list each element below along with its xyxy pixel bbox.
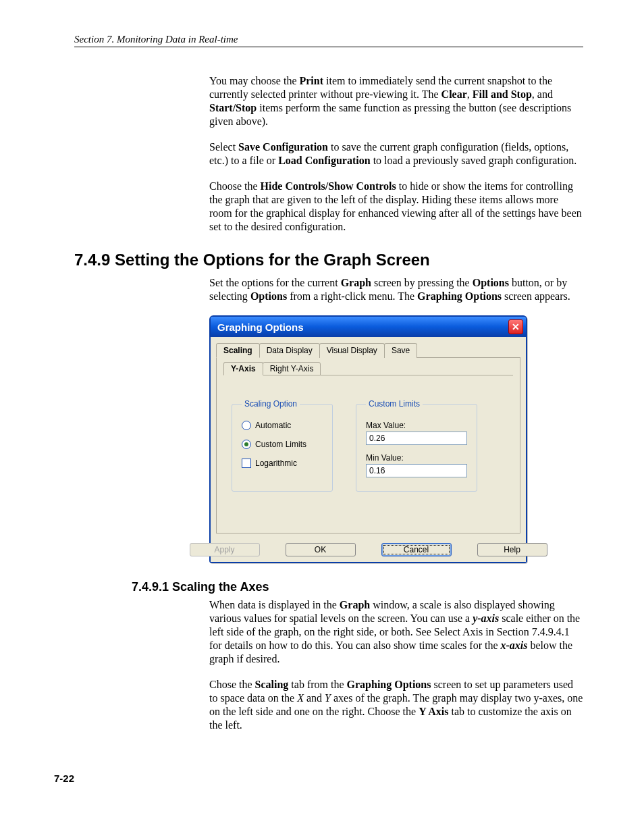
ok-button[interactable]: OK	[286, 543, 356, 556]
max-value-label: Max Value:	[366, 421, 467, 430]
checkbox-logarithmic[interactable]	[242, 459, 251, 468]
tab-scaling[interactable]: Scaling	[216, 343, 260, 358]
dialog-title: Graphing Options	[217, 321, 304, 333]
heading-749: 7.4.9 Setting the Options for the Graph …	[74, 251, 583, 269]
scaling-option-group: Scaling Option Automatic Custom Limits	[232, 399, 333, 492]
cancel-button[interactable]: Cancel	[381, 543, 452, 556]
tab-visual-display[interactable]: Visual Display	[319, 343, 385, 358]
max-value-input[interactable]	[366, 432, 467, 445]
heading-7491: 7.4.9.1 Scaling the Axes	[132, 580, 583, 594]
custom-limits-legend: Custom Limits	[366, 399, 423, 409]
paragraph: Set the options for the current Graph sc…	[209, 276, 583, 303]
min-value-label: Min Value:	[366, 453, 467, 463]
page-number: 7-22	[54, 773, 583, 784]
close-icon: ✕	[512, 322, 520, 332]
radio-custom-limits-label: Custom Limits	[255, 440, 306, 449]
scaling-option-legend: Scaling Option	[242, 399, 300, 409]
sub-tabs: Y-Axis Right Y-Axis	[223, 362, 513, 375]
running-header: Section 7. Monitoring Data in Real-time	[74, 34, 583, 47]
custom-limits-group: Custom Limits Max Value: Min Value:	[356, 399, 477, 492]
apply-button[interactable]: Apply	[190, 543, 260, 556]
radio-automatic-label: Automatic	[255, 421, 291, 430]
paragraph: Choose the Hide Controls/Show Controls t…	[209, 180, 583, 234]
close-button[interactable]: ✕	[508, 319, 523, 334]
graphing-options-dialog: Graphing Options ✕ Scaling Data Display …	[209, 315, 527, 563]
tab-save[interactable]: Save	[384, 343, 417, 358]
tab-data-display[interactable]: Data Display	[259, 343, 320, 358]
checkbox-logarithmic-label: Logarithmic	[255, 459, 297, 468]
paragraph: Chose the Scaling tab from the Graphing …	[209, 678, 583, 732]
paragraph: Select Save Configuration to save the cu…	[209, 140, 583, 167]
min-value-input[interactable]	[366, 464, 467, 477]
radio-automatic[interactable]	[242, 421, 251, 430]
subtab-y-axis[interactable]: Y-Axis	[223, 362, 263, 375]
subtab-right-y-axis[interactable]: Right Y-Axis	[263, 362, 321, 375]
dialog-titlebar: Graphing Options ✕	[211, 317, 526, 337]
paragraph: You may choose the Print item to immedia…	[209, 74, 583, 128]
main-tabs: Scaling Data Display Visual Display Save	[216, 342, 520, 358]
help-button[interactable]: Help	[477, 543, 547, 556]
paragraph: When data is displayed in the Graph wind…	[209, 598, 583, 666]
radio-custom-limits[interactable]	[242, 440, 251, 449]
